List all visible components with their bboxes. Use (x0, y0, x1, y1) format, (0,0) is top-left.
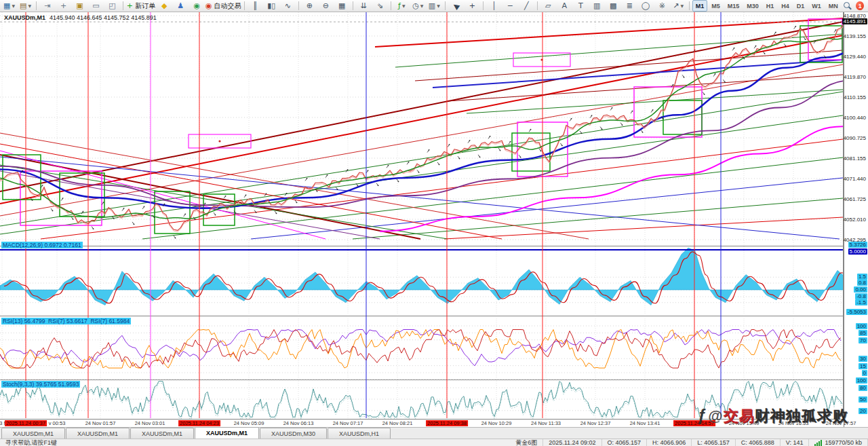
toolbar-separator (298, 1, 299, 10)
rsi-level-tag: 85 (859, 330, 867, 336)
chevron-down-icon: ▼ (402, 1, 406, 12)
docking-icon[interactable]: ▣ (72, 0, 87, 12)
timeframe-d1[interactable]: D1 (793, 0, 808, 12)
macd-level-tag: -0.8 (855, 293, 867, 299)
objects-icon[interactable]: ▩ (606, 0, 621, 12)
status-cell: V: 141 (781, 439, 810, 446)
watermark-flourish: ƒ (697, 406, 707, 424)
chart-shift-icon[interactable]: ⇥ (39, 0, 55, 12)
vertical-line-icon[interactable]: │ (486, 0, 502, 12)
toolbar: ▦▼▤▼⇥+▣▭◰+新订单◆♟◉◉自动交易║▮▯∿⊕⊖▦⇊⇘ƒ▼◷▼▥▼▲+│─… (0, 0, 868, 12)
timeframe-h1[interactable]: H1 (763, 0, 778, 12)
market-icon[interactable]: ◉ (189, 0, 205, 12)
channel-icon[interactable]: ▱ (540, 0, 556, 12)
timeframe-m1[interactable]: M1 (692, 0, 708, 12)
new-chart-icon[interactable]: ▦▼ (1, 0, 17, 12)
status-cell: 2025.11.24 09:02 (543, 439, 601, 446)
cascade-icon[interactable]: ⇘ (372, 0, 388, 12)
auto-trading-button[interactable]: ◉自动交易 (205, 0, 241, 12)
timeframe-h4[interactable]: H4 (778, 0, 793, 12)
stoch-level-tag: 100 (856, 377, 867, 384)
price-axis-label: 4119.870 (844, 74, 866, 80)
chart-tab[interactable]: XAUUSDm,M30 (260, 428, 327, 439)
auto-trading-button-label: 自动交易 (214, 1, 241, 12)
horizontal-line-icon[interactable]: ─ (502, 0, 518, 12)
zoom-out-icon: ⊖ (323, 1, 329, 12)
metaeditor-icon[interactable]: ♟ (173, 0, 189, 12)
new-order-button[interactable]: +新订单 (126, 0, 156, 12)
cursor-icon[interactable]: ▲ (448, 0, 464, 12)
grid-icon[interactable]: ▥ (589, 0, 605, 12)
timeframe-m15[interactable]: M15 (724, 0, 743, 12)
profiles-icon[interactable]: ▤▼ (18, 0, 33, 12)
line-chart-icon[interactable]: ∿ (280, 0, 296, 12)
crosshair-icon[interactable]: + (465, 0, 480, 12)
profiles-icon: ▤ (20, 1, 26, 12)
main-chart[interactable] (0, 12, 844, 419)
magnify-box-icon[interactable]: ◰ (104, 0, 120, 12)
search-icon[interactable] (843, 1, 852, 11)
time-label: 24 Nov 06:13 (283, 420, 314, 426)
timeframe-mn[interactable]: MN (825, 0, 842, 12)
toolbar-separator (353, 1, 353, 10)
timeframe-m5[interactable]: M5 (708, 0, 724, 12)
frame-icon: ▭ (92, 1, 99, 12)
fibonacci-icon[interactable]: ≣ (622, 0, 637, 12)
arrange-icon[interactable]: ⇊ (356, 0, 372, 12)
arrows-tool-icon[interactable]: ↗▼ (671, 0, 686, 12)
notification-badge[interactable]: 1 (856, 1, 864, 10)
price-axis-label: 4139.155 (844, 33, 866, 39)
bar-chart-icon[interactable]: ║ (248, 0, 263, 12)
chart-workspace[interactable]: XAUUSDm,M14145.940 4146.645 4145.752 414… (0, 12, 868, 427)
magnify-box-icon: ◰ (108, 1, 115, 12)
connection-bars-icon (814, 440, 822, 446)
new-chart-icon: ▦ (3, 1, 10, 12)
history-center-icon: ◆ (161, 1, 167, 12)
fibonacci-icon: ≣ (627, 1, 633, 12)
timeframe-m30[interactable]: M30 (743, 0, 762, 12)
history-center-icon[interactable]: ◆ (157, 0, 172, 12)
time-label: 24 Nov 11:33 (531, 420, 561, 426)
periods-icon[interactable]: ◷▼ (410, 0, 426, 12)
text-icon[interactable]: A (557, 0, 572, 12)
horizontal-line-icon: ─ (508, 1, 513, 12)
chart-tab-active[interactable]: XAUUSDm,M1 (195, 427, 259, 439)
frame-icon[interactable]: ▭ (88, 0, 104, 12)
templates-icon: ▥ (429, 1, 435, 12)
time-label: 24 Nov 08:21 (382, 420, 413, 426)
rsi-level-tag: 30 (859, 356, 867, 362)
zoom-out-icon[interactable]: ⊖ (318, 0, 334, 12)
new-order-button: + (127, 1, 133, 12)
price-axis-label: 4090.725 (844, 135, 866, 141)
time-label: 24 Nov 05:09 (234, 420, 264, 426)
trendline-icon: ╱ (524, 1, 529, 12)
price-axis-label: 4129.440 (844, 54, 866, 60)
zoom-in-icon: ⊕ (307, 1, 313, 12)
price-axis[interactable]: 4148.8704139.1554129.4404119.8704110.155… (844, 12, 868, 427)
candle-chart-icon[interactable]: ▮▯ (264, 0, 279, 12)
templates-icon[interactable]: ▥▼ (427, 0, 442, 12)
chart-tab-bar: XAUUSDm,M1XAUUSDm,M1XAUUSDm,M1XAUUSDm,M1… (0, 427, 868, 439)
vertical-line-icon: │ (492, 1, 496, 12)
label-icon[interactable]: T (573, 0, 589, 12)
chart-tab[interactable]: XAUUSDm,M1 (1, 428, 65, 439)
ellipse-icon[interactable]: ◯ (638, 0, 654, 12)
trendline-icon[interactable]: ╱ (519, 0, 534, 12)
indicators-icon[interactable]: ƒ▼ (394, 0, 410, 12)
status-cell: H: 4066.906 (647, 439, 692, 446)
chart-tab[interactable]: XAUUSDm,M1 (66, 428, 130, 439)
auto-scroll-icon[interactable]: + (56, 0, 71, 12)
rsi-level-tag: 70 (859, 337, 867, 343)
watermark: ƒ@交易财神独孤求败 (697, 406, 848, 426)
time-label: 24 Nov 01:57 (85, 420, 116, 426)
price-axis-label: 4110.155 (844, 94, 866, 100)
tile-windows-icon[interactable]: ▦ (334, 0, 350, 12)
chart-tab[interactable]: XAUUSDm,M1 (130, 428, 194, 439)
indicators-icon: ƒ (398, 1, 401, 12)
chart-tab[interactable]: XAUUSDm,H1 (328, 428, 391, 439)
timeframe-w1[interactable]: W1 (808, 0, 825, 12)
time-label: v 00:53 (49, 420, 66, 426)
zoom-in-icon[interactable]: ⊕ (302, 0, 317, 12)
crosshair-icon: + (469, 1, 475, 12)
pattern-icon[interactable]: ※ (654, 0, 670, 12)
